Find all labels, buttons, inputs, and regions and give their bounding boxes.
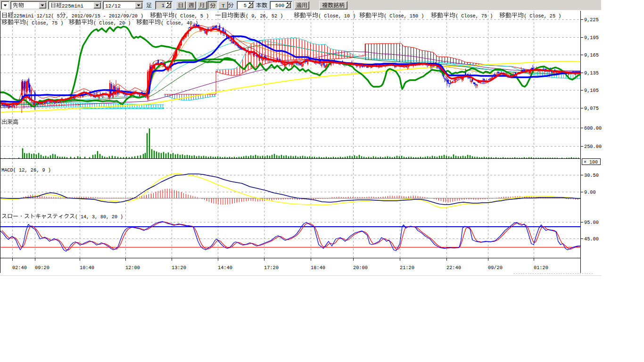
svg-text:600.00: 600.00 xyxy=(584,125,602,131)
svg-text:12:00: 12:00 xyxy=(125,265,140,271)
svg-text:( Close, 5 ): ( Close, 5 ) xyxy=(174,14,209,19)
svg-text:45.00: 45.00 xyxy=(584,236,599,242)
svg-text:18:40: 18:40 xyxy=(311,265,325,271)
svg-text:( 9, 26, 52 ): ( 9, 26, 52 ) xyxy=(246,14,283,19)
svg-text:13:20: 13:20 xyxy=(172,265,186,271)
svg-text:5: 5 xyxy=(244,3,247,8)
svg-text:250.00: 250.00 xyxy=(584,144,602,149)
svg-text:22:40: 22:40 xyxy=(446,265,461,271)
svg-text:( 14, 3, 80, 20 ): ( 14, 3, 80, 20 ) xyxy=(75,214,123,220)
svg-text:20:00: 20:00 xyxy=(353,265,368,271)
svg-text:30.50: 30.50 xyxy=(584,173,599,178)
svg-text:09/20: 09/20 xyxy=(488,265,503,271)
svg-text:225mini 12/12( 5: 225mini 12/12( 5 xyxy=(14,14,60,19)
svg-text:9,195: 9,195 xyxy=(584,35,599,41)
svg-text:9,105: 9,105 xyxy=(584,88,599,93)
svg-text:9,075: 9,075 xyxy=(584,106,599,111)
svg-text:T: T xyxy=(222,3,225,9)
svg-text:01:20: 01:20 xyxy=(534,265,548,271)
svg-text:12/12: 12/12 xyxy=(105,3,121,9)
svg-text:1: 1 xyxy=(162,3,165,8)
svg-text:21:20: 21:20 xyxy=(400,265,414,271)
svg-text:95.00: 95.00 xyxy=(584,220,599,225)
svg-text:( Close, 75 ): ( Close, 75 ) xyxy=(455,14,493,19)
svg-text:14:40: 14:40 xyxy=(218,265,232,271)
svg-text:( Close, 20 ): ( Close, 20 ) xyxy=(93,21,131,26)
svg-text:( Close, 25 ): ( Close, 25 ) xyxy=(524,14,561,19)
svg-text:( Close, 40 ): ( Close, 40 ) xyxy=(161,21,198,26)
svg-text:9,135: 9,135 xyxy=(584,70,599,76)
svg-text:10:40: 10:40 xyxy=(80,265,94,271)
svg-text:02:40: 02:40 xyxy=(12,265,27,271)
svg-text:225mini: 225mini xyxy=(62,3,84,9)
svg-text:( Close, 150 ): ( Close, 150 ) xyxy=(384,14,424,19)
svg-text:( Close, 10 ): ( Close, 10 ) xyxy=(318,14,355,19)
svg-text:, 2012/09/15 - 2012/09/20 ): , 2012/09/15 - 2012/09/20 ) xyxy=(66,14,144,19)
svg-text:500: 500 xyxy=(275,3,284,8)
svg-text:9,225: 9,225 xyxy=(584,17,599,23)
svg-text:9.00: 9.00 xyxy=(584,189,596,195)
svg-text:9,165: 9,165 xyxy=(584,52,599,58)
svg-text:17:20: 17:20 xyxy=(264,265,279,271)
svg-text:MACD( 12, 26, 9 ): MACD( 12, 26, 9 ) xyxy=(1,167,51,173)
svg-text:( Close, 75 ): ( Close, 75 ) xyxy=(26,21,63,26)
svg-text:× 100: × 100 xyxy=(584,160,598,165)
svg-text:09:20: 09:20 xyxy=(35,265,50,271)
